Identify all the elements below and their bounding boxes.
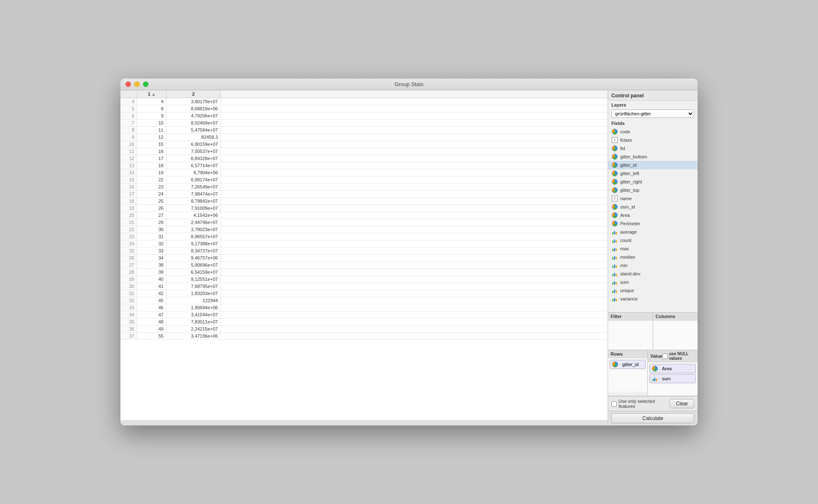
rows-label: Rows bbox=[608, 350, 647, 358]
table-row[interactable]: 8115,47584e+07 bbox=[120, 127, 608, 134]
null-checkbox[interactable] bbox=[662, 354, 668, 359]
maximize-button[interactable] bbox=[143, 81, 148, 87]
close-button[interactable] bbox=[125, 81, 131, 87]
table-row[interactable]: 30417,68795e+07 bbox=[120, 283, 608, 290]
table-row[interactable]: 34473,41544e+07 bbox=[120, 311, 608, 318]
table-row[interactable]: 12176,84328e+07 bbox=[120, 155, 608, 162]
cell-col1: 39 bbox=[137, 269, 166, 275]
value-dragged-item[interactable]: Area bbox=[649, 364, 696, 373]
table-row[interactable]: 36492,24215e+07 bbox=[120, 326, 608, 333]
field-item-gitter_right[interactable]: gitter_right bbox=[608, 178, 698, 186]
clear-button[interactable]: Clear bbox=[670, 399, 694, 408]
table-row[interactable]: 18258,79842e+07 bbox=[120, 198, 608, 205]
table-row[interactable]: 11167,50537e+07 bbox=[120, 148, 608, 155]
table-row[interactable]: 26349,46757e+06 bbox=[120, 255, 608, 262]
table-row[interactable]: 14199,7904e+06 bbox=[120, 169, 608, 176]
field-item-Perimeter[interactable]: Perimeter bbox=[608, 219, 698, 228]
field-label: osm_id bbox=[620, 204, 635, 209]
filter-tab[interactable]: Filter bbox=[608, 313, 653, 321]
cell-rownum: 22 bbox=[120, 226, 137, 233]
rows-dragged-item[interactable]: gitter_id bbox=[610, 360, 646, 369]
cell-rownum: 25 bbox=[120, 247, 137, 254]
table-scroll[interactable]: 443,80179e+07588,68819e+06694,79206e+077… bbox=[120, 98, 608, 420]
cell-col2: 5,47584e+07 bbox=[166, 127, 221, 133]
table-row[interactable]: 16237,26549e+07 bbox=[120, 183, 608, 191]
sort-arrow-icon: ▲ bbox=[152, 92, 156, 97]
cell-col2: 8,02469e+07 bbox=[166, 120, 221, 126]
calculate-button[interactable]: Calculate bbox=[611, 413, 694, 423]
field-item-sum[interactable]: sum bbox=[608, 278, 698, 286]
col-header-2[interactable]: 2 bbox=[166, 90, 221, 98]
field-item-name[interactable]: Tname bbox=[608, 194, 698, 203]
globe-icon bbox=[611, 212, 618, 219]
cell-col1: 22 bbox=[137, 176, 166, 183]
field-label: min bbox=[620, 263, 628, 268]
cell-rownum: 19 bbox=[120, 205, 137, 211]
cell-col1: 48 bbox=[137, 318, 166, 325]
field-item-stand.dev.[interactable]: stand.dev. bbox=[608, 270, 698, 278]
table-row[interactable]: 694,79206e+07 bbox=[120, 112, 608, 120]
table-row[interactable]: 91282458,3 bbox=[120, 134, 608, 141]
table-row[interactable]: 24329,17388e+07 bbox=[120, 240, 608, 247]
field-item-median[interactable]: median bbox=[608, 253, 698, 261]
table-row[interactable]: 29409,12551e+07 bbox=[120, 276, 608, 283]
globe-icon bbox=[652, 365, 658, 372]
field-item-unique[interactable]: unique bbox=[608, 286, 698, 295]
table-row[interactable]: 25338,34727e+07 bbox=[120, 247, 608, 255]
field-item-fclass[interactable]: Tfclass bbox=[608, 136, 698, 144]
field-item-gitter_bottom[interactable]: gitter_bottom bbox=[608, 153, 698, 161]
col-header-1[interactable]: 1 ▲ bbox=[137, 90, 166, 98]
cell-col1: 33 bbox=[137, 247, 166, 254]
field-item-gitter_left[interactable]: gitter_left bbox=[608, 169, 698, 178]
table-row[interactable]: 10156,90159e+07 bbox=[120, 141, 608, 148]
table-row[interactable]: 7108,02469e+07 bbox=[120, 120, 608, 127]
table-row[interactable]: 3245122944 bbox=[120, 297, 608, 304]
field-item-average[interactable]: average bbox=[608, 228, 698, 236]
table-row[interactable]: 15226,99174e+07 bbox=[120, 176, 608, 183]
table-row[interactable]: 21292,44746e+07 bbox=[120, 219, 608, 226]
field-item-gitter_top[interactable]: gitter_top bbox=[608, 186, 698, 194]
horizontal-scrollbar[interactable] bbox=[120, 420, 608, 425]
field-item-min[interactable]: min bbox=[608, 261, 698, 270]
globe-icon bbox=[611, 128, 618, 135]
table-row[interactable]: 19267,91009e+07 bbox=[120, 205, 608, 212]
field-item-osm_id[interactable]: osm_id bbox=[608, 203, 698, 211]
table-row[interactable]: 17247,98474e+07 bbox=[120, 191, 608, 198]
field-item-max[interactable]: max bbox=[608, 244, 698, 253]
table-row[interactable]: 28396,54159e+07 bbox=[120, 269, 608, 276]
field-item-variance[interactable]: variance bbox=[608, 295, 698, 303]
cell-col1: 25 bbox=[137, 198, 166, 204]
table-row[interactable]: 588,68819e+06 bbox=[120, 105, 608, 112]
right-panel: Control panel Layers grünflächen-gitter … bbox=[608, 90, 698, 425]
cell-col2: 7,50537e+07 bbox=[166, 148, 221, 155]
layer-select[interactable]: grünflächen-gitter bbox=[611, 109, 694, 118]
columns-tab[interactable]: Columns bbox=[653, 313, 698, 321]
field-item-fid[interactable]: fid bbox=[608, 144, 698, 153]
table-row[interactable]: 27385,90696e+07 bbox=[120, 262, 608, 269]
table-row[interactable]: 13186,57714e+07 bbox=[120, 162, 608, 169]
table-row[interactable]: 443,80179e+07 bbox=[120, 98, 608, 105]
field-item-code[interactable]: code bbox=[608, 127, 698, 136]
window-title: Group Stats bbox=[394, 81, 423, 87]
field-item-gitter_id[interactable]: gitter_id bbox=[608, 161, 698, 169]
field-item-count[interactable]: count bbox=[608, 236, 698, 244]
value-dragged-item[interactable]: sum bbox=[649, 374, 696, 383]
table-row[interactable]: 20274,1542e+06 bbox=[120, 212, 608, 219]
table-row[interactable]: 31421,83203e+07 bbox=[120, 290, 608, 297]
table-row[interactable]: 37553,47196e+06 bbox=[120, 333, 608, 340]
columns-content bbox=[653, 321, 698, 350]
text-icon: T bbox=[611, 137, 618, 143]
filter-columns-row: Filter Columns bbox=[608, 313, 698, 350]
cell-col2: 5,90696e+07 bbox=[166, 262, 221, 268]
table-row[interactable]: 33461,90694e+06 bbox=[120, 304, 608, 311]
table-row[interactable]: 35487,83011e+07 bbox=[120, 318, 608, 326]
use-selected-checkbox[interactable] bbox=[611, 401, 617, 407]
table-row[interactable]: 23318,96557e+07 bbox=[120, 233, 608, 240]
use-selected-label: Use only selected features bbox=[619, 399, 670, 409]
bar-icon bbox=[611, 279, 618, 285]
table-row[interactable]: 22303,78023e+07 bbox=[120, 226, 608, 233]
minimize-button[interactable] bbox=[134, 81, 140, 87]
field-item-Area[interactable]: Area bbox=[608, 211, 698, 219]
cell-col1: 47 bbox=[137, 311, 166, 318]
text-icon: T bbox=[611, 195, 618, 202]
